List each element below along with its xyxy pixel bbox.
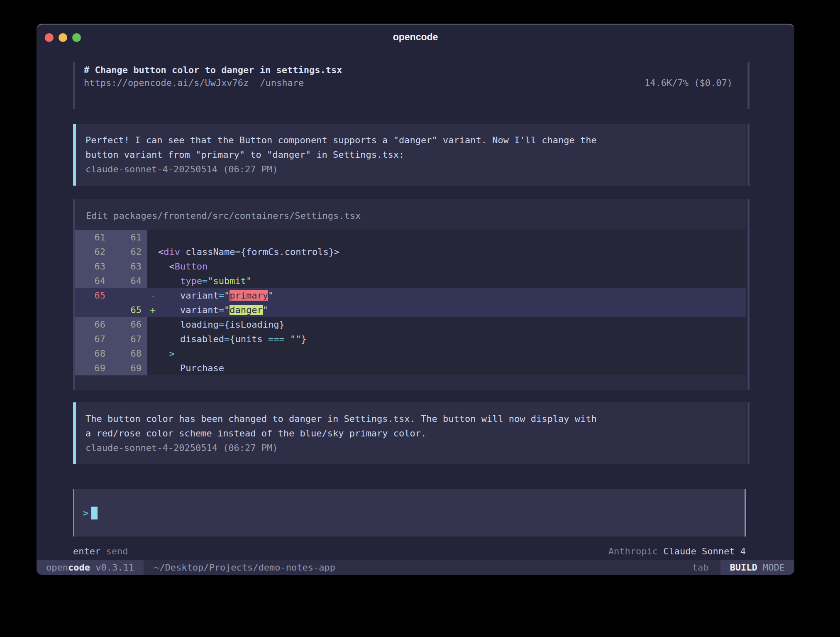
model-label: Claude Sonnet 4: [663, 546, 746, 556]
code-token: =: [219, 319, 224, 330]
old-line-number: 64: [75, 274, 111, 288]
diff-marker: [147, 230, 158, 245]
code-token: className: [180, 247, 235, 257]
new-line-number: 67: [111, 332, 147, 346]
old-line-number: 69: [75, 361, 111, 375]
code-token: [158, 334, 180, 344]
enter-hint: enter send: [73, 544, 128, 559]
message-text-line: a red/rose color scheme instead of the b…: [85, 426, 736, 441]
edit-tool-call: Edit packages/frontend/src/containers/Se…: [73, 199, 746, 390]
diff-marker: [147, 361, 158, 375]
opencode-terminal-window: opencode # Change button color to danger…: [37, 24, 794, 575]
old-line-number: 62: [75, 245, 111, 259]
prompt-input[interactable]: >: [73, 489, 746, 537]
code-token: variant: [180, 290, 219, 301]
code-token: =: [219, 290, 224, 301]
code-token: danger: [230, 305, 262, 315]
diff-row: 6969 Purchase: [75, 361, 746, 375]
code-token: [158, 319, 180, 330]
code-token: [158, 276, 180, 286]
app-version-segment: opencode v0.3.11: [37, 560, 144, 575]
code-token: type: [180, 276, 202, 286]
code-token: =: [202, 276, 208, 286]
new-line-number: 62: [111, 245, 147, 259]
old-line-number: 66: [75, 317, 111, 332]
hint-row: enter send Anthropic Claude Sonnet 4: [73, 544, 746, 559]
diff-row: 6868 >: [75, 346, 746, 361]
app-name-code: code: [68, 562, 90, 573]
code-token: {units: [230, 334, 268, 344]
text-cursor: [91, 507, 98, 519]
share-url-link[interactable]: https://opencode.ai/s/UwJxv76z: [84, 77, 249, 89]
prompt-symbol: >: [83, 508, 88, 518]
message-model-timestamp: claude-sonnet-4-20250514 (06:27 PM): [85, 162, 736, 176]
code-line: Purchase: [158, 361, 746, 375]
code-token: div: [164, 247, 180, 257]
new-line-number: 66: [111, 317, 147, 332]
diff-row: 6464 type="submit": [75, 274, 746, 288]
status-bar: opencode v0.3.11 ~/Desktop/Projects/demo…: [37, 560, 794, 575]
assistant-message: Perfect! I can see that the Button compo…: [73, 124, 746, 186]
assistant-message: The button color has been changed to dan…: [73, 402, 746, 464]
code-token: ": [263, 305, 268, 315]
diff-row: 65- variant="primary": [75, 288, 746, 303]
new-line-number: 63: [111, 259, 147, 274]
diff-marker: [147, 274, 158, 288]
code-line: <div className={formCs.controls}>: [158, 245, 746, 259]
diff-marker: [147, 317, 158, 332]
diff-view: 61616262<div className={formCs.controls}…: [75, 230, 746, 375]
conversation-area: # Change button color to danger in setti…: [73, 49, 746, 559]
titlebar[interactable]: opencode: [37, 24, 794, 49]
diff-marker: [147, 346, 158, 361]
code-token: Button: [175, 261, 208, 272]
code-line: variant="primary": [158, 288, 746, 303]
code-token: primary: [230, 290, 268, 301]
code-line: >: [158, 346, 746, 361]
code-line: loading={isLoading}: [158, 317, 746, 332]
code-token: [158, 348, 169, 359]
diff-marker: +: [147, 303, 158, 317]
send-action-label: send: [106, 546, 128, 556]
new-line-number: 68: [111, 346, 147, 361]
code-line: type="submit": [158, 274, 746, 288]
old-line-number: [75, 303, 111, 317]
session-header: # Change button color to danger in setti…: [73, 62, 746, 109]
code-token: ": [268, 290, 273, 301]
code-token: ===: [268, 334, 285, 344]
code-line: variant="danger": [158, 303, 746, 317]
diff-row: 6666 loading={isLoading}: [75, 317, 746, 332]
new-line-number: [111, 288, 147, 303]
mode-name: BUILD: [730, 562, 757, 573]
provider-label: Anthropic: [608, 546, 658, 556]
unshare-command[interactable]: /unshare: [260, 77, 304, 89]
app-version: v0.3.11: [90, 562, 134, 573]
diff-row: 6767 disabled={units === ""}: [75, 332, 746, 346]
code-token: Purchase: [180, 363, 224, 373]
session-title: # Change button color to danger in setti…: [84, 63, 733, 77]
diff-row: 6161: [75, 230, 746, 245]
code-token: }: [301, 334, 306, 344]
diff-marker: [147, 259, 158, 274]
message-model-timestamp: claude-sonnet-4-20250514 (06:27 PM): [85, 441, 736, 455]
code-token: [158, 363, 180, 373]
new-line-number: 61: [111, 230, 147, 245]
diff-row: 6363 <Button: [75, 259, 746, 274]
app-name-open: open: [46, 562, 68, 573]
code-token: =: [235, 247, 240, 257]
tool-title: Edit packages/frontend/src/containers/Se…: [75, 199, 746, 230]
diff-row: 6262<div className={formCs.controls}>: [75, 245, 746, 259]
enter-key-label: enter: [73, 546, 100, 556]
code-token: {isLoading}: [224, 319, 285, 330]
model-hint: Anthropic Claude Sonnet 4: [608, 544, 746, 559]
code-token: [158, 305, 180, 315]
mode-segment[interactable]: BUILD MODE: [720, 560, 794, 575]
window-title: opencode: [37, 24, 794, 49]
new-line-number: 64: [111, 274, 147, 288]
old-line-number: 61: [75, 230, 111, 245]
mode-word: MODE: [757, 562, 785, 573]
old-line-number: 67: [75, 332, 111, 346]
statusbar-spacer: [335, 560, 692, 575]
code-line: [158, 230, 746, 245]
diff-marker: [147, 332, 158, 346]
new-line-number: 69: [111, 361, 147, 375]
